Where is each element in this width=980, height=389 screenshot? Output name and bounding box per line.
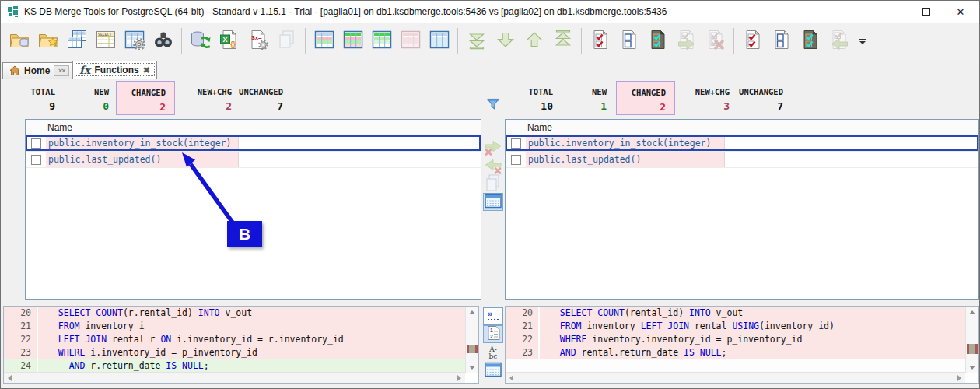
left-sql-hscrollbar[interactable] xyxy=(4,372,465,383)
scroll-up-icon[interactable] xyxy=(969,310,975,314)
export-excel-button[interactable]: X {} xyxy=(215,26,243,56)
line-number: 24 xyxy=(4,359,37,373)
next-diff-button[interactable]: » xyxy=(483,307,503,325)
svg-text:$x=: $x= xyxy=(251,34,262,41)
check-changed-right-button[interactable] xyxy=(796,26,824,56)
tab-home-label: Home xyxy=(24,65,50,76)
open-folder-star-button[interactable] xyxy=(33,26,62,56)
tab-home[interactable]: Home ×× xyxy=(2,62,76,79)
refresh-databases-icon xyxy=(191,30,211,53)
filter-unchanged-button[interactable] xyxy=(425,26,453,56)
row-checkbox[interactable] xyxy=(511,155,521,165)
script-panel-toggle-button[interactable] xyxy=(483,193,503,211)
sql-code: AND r.return_date IS NULL; xyxy=(38,359,465,373)
stat-label: NEW xyxy=(592,87,607,96)
stat-unchanged-right[interactable]: UNCHANGED7 xyxy=(723,81,783,115)
scroll-left-icon[interactable] xyxy=(509,375,513,381)
function-row[interactable]: public.inventory_in_stock(integer) xyxy=(506,135,978,152)
stat-total-right[interactable]: TOTAL10 xyxy=(505,81,553,115)
sql-diff-line: 23 AND rental.return_date IS NULL; xyxy=(506,346,965,359)
function-row[interactable]: public.last_updated() xyxy=(506,152,978,168)
left-sql-vscrollbar[interactable] xyxy=(465,307,478,373)
right-name-column-header[interactable]: Name xyxy=(506,120,978,135)
bottom-panel-toggle-button[interactable] xyxy=(483,362,503,380)
sql-code: SELECT COUNT(rental_id) INTO v_out xyxy=(540,307,965,320)
stat-total-left[interactable]: TOTAL9 xyxy=(7,81,55,115)
sql-code: WHERE i.inventory_id = p_inventory_id xyxy=(38,346,465,359)
stat-changed-left[interactable]: CHANGED2 xyxy=(116,81,175,115)
sql-diff-line: 22 WHERE inventory.inventory_id = p_inve… xyxy=(506,333,965,346)
stat-unchanged-left[interactable]: UNCHANGED7 xyxy=(222,81,283,115)
right-sql-vscrollbar[interactable] xyxy=(965,307,978,373)
move-up-button[interactable] xyxy=(520,26,548,56)
home-icon xyxy=(9,65,20,76)
find-binoculars-icon xyxy=(153,30,173,53)
line-numbers-button[interactable]: 12 xyxy=(483,325,503,343)
stat-new-left[interactable]: NEW0 xyxy=(59,81,109,115)
scroll-left-icon[interactable] xyxy=(8,375,12,381)
find-binoculars-button[interactable] xyxy=(149,26,177,56)
line-number: 20 xyxy=(506,307,538,320)
function-row[interactable]: public.last_updated() xyxy=(26,152,481,168)
minimize-button[interactable] xyxy=(875,1,909,23)
filter-all-rows-button[interactable] xyxy=(310,26,338,56)
copy-schema-tables-button[interactable] xyxy=(62,26,91,56)
sql-diff-line: 21 FROM inventory LEFT JOIN rental USING… xyxy=(506,320,965,333)
function-name: public.last_updated() xyxy=(526,152,725,167)
toolbar-separator xyxy=(457,28,458,54)
sql-diff-line: 24 AND r.return_date IS NULL; xyxy=(4,359,465,373)
close-button[interactable]: ✕ xyxy=(943,1,978,23)
stat-changed-right[interactable]: CHANGED2 xyxy=(616,81,675,115)
move-to-top-button[interactable] xyxy=(548,26,577,56)
left-name-column-header[interactable]: Name xyxy=(26,120,481,135)
move-to-bottom-icon xyxy=(467,30,487,53)
filter-new-and-changed-button[interactable] xyxy=(338,26,367,56)
checkbox-cell xyxy=(506,135,526,151)
refresh-databases-button[interactable] xyxy=(186,26,215,56)
sql-diff-line: 23 WHERE i.inventory_id = p_inventory_id xyxy=(4,346,465,359)
scroll-up-icon[interactable] xyxy=(469,310,475,314)
move-down-button[interactable] xyxy=(491,26,520,56)
line-number: 23 xyxy=(506,346,538,359)
diff-map-marker[interactable] xyxy=(467,345,478,353)
scroll-down-icon[interactable] xyxy=(969,366,975,370)
function-row[interactable]: public.inventory_in_stock(integer) xyxy=(26,135,481,152)
table-settings-button[interactable] xyxy=(120,26,149,56)
toolbar-overflow-button[interactable] xyxy=(856,34,869,48)
tab-close-icon[interactable]: ✖ xyxy=(143,65,150,75)
close-all-tabs-icon[interactable]: ×× xyxy=(54,65,69,76)
scroll-down-icon[interactable] xyxy=(469,366,475,370)
copy-schema-tables-icon xyxy=(67,30,87,53)
stat-value: 2 xyxy=(660,101,666,113)
diff-map-marker[interactable] xyxy=(967,344,978,354)
check-all-right-button[interactable] xyxy=(738,26,767,56)
uncheck-all-left-button[interactable] xyxy=(614,26,643,56)
check-changed-left-button[interactable] xyxy=(643,26,672,56)
scroll-right-icon[interactable] xyxy=(457,375,461,381)
svg-text:X: X xyxy=(222,36,227,44)
maximize-button[interactable] xyxy=(909,1,943,23)
filter-changed-button[interactable] xyxy=(396,26,425,56)
clear-checked-button xyxy=(701,26,730,56)
chevron-down-icon xyxy=(859,41,866,44)
right-sql-panel: 20 SELECT COUNT(rental_id) INTO v_out21 … xyxy=(505,306,979,384)
filter-funnel-icon[interactable] xyxy=(486,97,500,111)
uncheck-all-right-button[interactable] xyxy=(767,26,796,56)
window-title: KS DB Merge Tools for PostgreSQL (64-bit… xyxy=(24,1,667,23)
scroll-right-icon[interactable] xyxy=(957,375,961,381)
filter-new-button[interactable] xyxy=(367,26,396,56)
sql-scripts-button[interactable]: $x= xyxy=(243,26,272,56)
select-table-button[interactable]: SELECT xyxy=(91,26,120,56)
row-checkbox[interactable] xyxy=(31,155,41,165)
row-checkbox[interactable] xyxy=(31,138,41,149)
stat-new-right[interactable]: NEW1 xyxy=(557,81,607,115)
title-bar: KS DB Merge Tools for PostgreSQL (64-bit… xyxy=(1,1,979,23)
check-all-left-button[interactable] xyxy=(586,26,614,56)
move-to-bottom-button[interactable] xyxy=(462,26,491,56)
tab-functions[interactable]: fx Functions ✖ xyxy=(72,61,157,79)
stat-label: NEW xyxy=(94,87,109,96)
export-excel-icon: X {} xyxy=(219,30,240,53)
open-folder-database-button[interactable] xyxy=(5,26,33,56)
row-checkbox[interactable] xyxy=(511,138,521,149)
right-sql-hscrollbar[interactable] xyxy=(506,372,965,383)
